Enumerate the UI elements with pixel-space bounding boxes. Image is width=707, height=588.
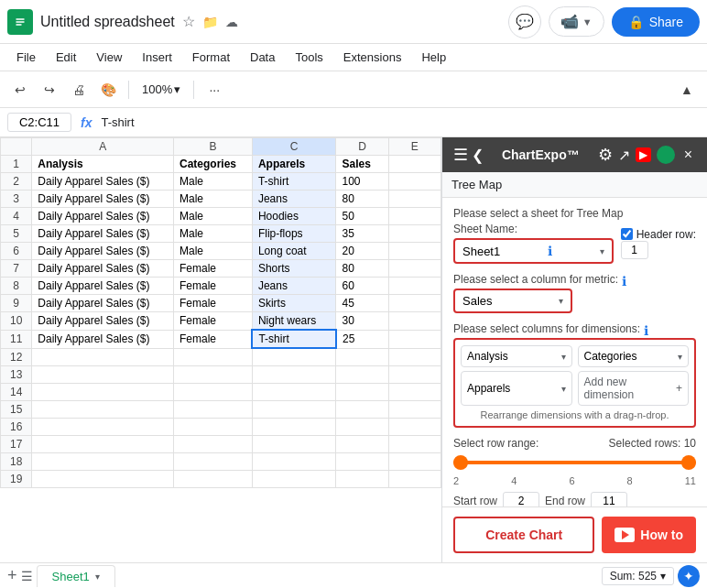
- cell[interactable]: Night wears: [252, 312, 336, 331]
- formula-input[interactable]: [101, 115, 700, 129]
- cell[interactable]: Skirts: [252, 295, 336, 312]
- back-icon[interactable]: ❮: [472, 147, 484, 164]
- redo-button[interactable]: ↪: [37, 77, 62, 103]
- menu-format[interactable]: Format: [183, 48, 239, 67]
- cell[interactable]: [388, 312, 441, 331]
- cell[interactable]: Analysis: [32, 156, 174, 173]
- cell[interactable]: [252, 470, 336, 487]
- chat-button[interactable]: 💬: [508, 5, 541, 38]
- cell[interactable]: [336, 365, 388, 383]
- cell[interactable]: [388, 173, 441, 191]
- menu-insert[interactable]: Insert: [133, 48, 181, 67]
- share-button[interactable]: 🔒 Share: [612, 7, 700, 37]
- cell[interactable]: T-shirt: [252, 173, 336, 191]
- cell[interactable]: [173, 365, 252, 383]
- sheet-tab[interactable]: Sheet1 ▾: [37, 565, 115, 587]
- cell[interactable]: 25: [336, 330, 388, 348]
- cell[interactable]: [388, 295, 441, 312]
- cell[interactable]: 20: [336, 243, 388, 260]
- cell[interactable]: [252, 365, 336, 383]
- undo-button[interactable]: ↩: [7, 77, 33, 103]
- print-button[interactable]: 🖨: [66, 77, 92, 103]
- dim3-select[interactable]: Apparels ▾: [461, 371, 572, 406]
- cell[interactable]: [336, 435, 388, 452]
- menu-file[interactable]: File: [7, 48, 45, 67]
- cell[interactable]: [336, 400, 388, 418]
- menu-help[interactable]: Help: [412, 48, 455, 67]
- create-chart-button[interactable]: Create Chart: [453, 517, 594, 553]
- slider-thumb-right[interactable]: [681, 455, 696, 470]
- cell[interactable]: [388, 208, 441, 225]
- circle-icon[interactable]: [657, 146, 675, 164]
- cell[interactable]: [32, 470, 174, 487]
- cell[interactable]: [173, 348, 252, 365]
- info-icon[interactable]: ℹ: [548, 244, 552, 258]
- cell[interactable]: Daily Apparel Sales ($): [32, 173, 174, 191]
- cell[interactable]: [173, 435, 252, 452]
- cell[interactable]: [173, 400, 252, 418]
- cell[interactable]: Categories: [173, 156, 252, 173]
- cell[interactable]: [388, 400, 441, 418]
- cell[interactable]: Jeans: [252, 191, 336, 208]
- col-header-e[interactable]: E: [388, 138, 441, 156]
- menu-view[interactable]: View: [87, 48, 131, 67]
- cell[interactable]: 80: [336, 191, 388, 208]
- cell[interactable]: [32, 452, 174, 470]
- cell[interactable]: 100: [336, 173, 388, 191]
- cell[interactable]: [252, 435, 336, 452]
- cell[interactable]: Male: [173, 243, 252, 260]
- header-row-input[interactable]: [621, 241, 648, 259]
- cell[interactable]: T-shirt: [252, 330, 336, 348]
- cell[interactable]: Daily Apparel Sales ($): [32, 191, 174, 208]
- cell[interactable]: Daily Apparel Sales ($): [32, 208, 174, 225]
- cell[interactable]: [32, 348, 174, 365]
- cell[interactable]: [336, 470, 388, 487]
- cell[interactable]: Shorts: [252, 260, 336, 278]
- paint-format-button[interactable]: 🎨: [95, 77, 121, 103]
- cell[interactable]: Sales: [336, 156, 388, 173]
- cell[interactable]: Male: [173, 208, 252, 225]
- cell[interactable]: Male: [173, 173, 252, 191]
- cell[interactable]: 80: [336, 260, 388, 278]
- cell[interactable]: [173, 418, 252, 435]
- cell[interactable]: [388, 348, 441, 365]
- cell[interactable]: Daily Apparel Sales ($): [32, 243, 174, 260]
- cell[interactable]: [388, 435, 441, 452]
- cell[interactable]: [336, 452, 388, 470]
- cell[interactable]: [252, 383, 336, 400]
- cell[interactable]: 45: [336, 295, 388, 312]
- doc-title[interactable]: Untitled spreadsheet: [40, 14, 175, 30]
- cell[interactable]: [388, 418, 441, 435]
- cell[interactable]: [252, 400, 336, 418]
- cell[interactable]: Jeans: [252, 278, 336, 295]
- cell[interactable]: [388, 330, 441, 348]
- cell[interactable]: Daily Apparel Sales ($): [32, 225, 174, 243]
- cell[interactable]: [336, 383, 388, 400]
- cell[interactable]: [388, 260, 441, 278]
- cell[interactable]: 50: [336, 208, 388, 225]
- cell[interactable]: [388, 452, 441, 470]
- col-header-c[interactable]: C: [252, 138, 336, 156]
- cell[interactable]: 30: [336, 312, 388, 331]
- dim1-select[interactable]: Analysis ▾: [461, 345, 572, 367]
- cell[interactable]: Female: [173, 295, 252, 312]
- cell[interactable]: [32, 400, 174, 418]
- cell[interactable]: [252, 418, 336, 435]
- cell[interactable]: [336, 418, 388, 435]
- cell[interactable]: Daily Apparel Sales ($): [32, 278, 174, 295]
- settings-icon[interactable]: ⚙: [598, 145, 613, 165]
- youtube-icon[interactable]: ▶: [636, 147, 651, 162]
- cell[interactable]: [388, 383, 441, 400]
- metric-select[interactable]: Sales ▾: [453, 289, 572, 313]
- how-to-button[interactable]: How to: [602, 517, 696, 553]
- cell-reference[interactable]: [7, 113, 71, 132]
- cell[interactable]: Female: [173, 330, 252, 348]
- col-header-a[interactable]: A: [32, 138, 174, 156]
- cell[interactable]: Flip-flops: [252, 225, 336, 243]
- cell[interactable]: [388, 225, 441, 243]
- cell[interactable]: [388, 156, 441, 173]
- cell[interactable]: 35: [336, 225, 388, 243]
- cell[interactable]: [252, 452, 336, 470]
- col-header-b[interactable]: B: [173, 138, 252, 156]
- end-row-input[interactable]: [591, 492, 627, 506]
